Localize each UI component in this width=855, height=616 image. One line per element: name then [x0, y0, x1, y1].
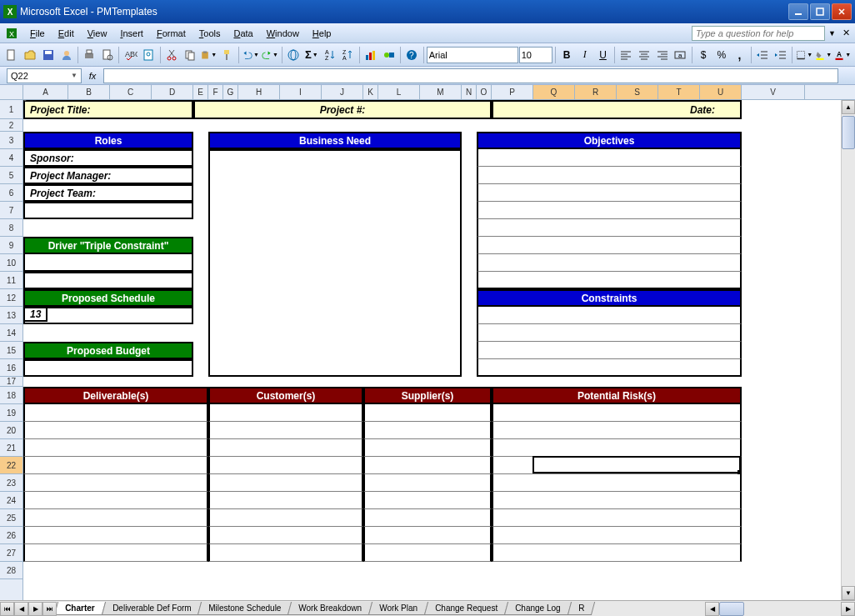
italic-icon[interactable]: I	[576, 46, 593, 64]
row-header-2[interactable]: 2	[0, 119, 22, 132]
new-icon[interactable]	[3, 46, 21, 64]
menu-window[interactable]: Window	[260, 27, 306, 40]
col-header-O[interactable]: O	[477, 85, 492, 99]
cell-row27-seg3[interactable]	[492, 544, 742, 562]
col-header-C[interactable]: C	[110, 85, 152, 99]
redo-icon[interactable]: ▼	[261, 46, 279, 64]
spreadsheet-grid[interactable]: Project Title:Project #:Date:RolesSponso…	[23, 100, 841, 600]
tab-last-icon[interactable]: ⏭	[42, 602, 57, 616]
cut-icon[interactable]	[163, 46, 181, 64]
borders-icon[interactable]: ▼	[795, 46, 813, 64]
scroll-up-icon[interactable]: ▲	[842, 100, 855, 114]
header-business-need[interactable]: Business Need	[208, 132, 462, 149]
cell-row20-seg3[interactable]	[492, 422, 742, 439]
col-header-E[interactable]: E	[193, 85, 208, 99]
font-color-icon[interactable]: A▼	[833, 46, 852, 64]
decrease-indent-icon[interactable]	[754, 46, 772, 64]
cell-row23-seg2[interactable]	[363, 474, 492, 492]
cell-row19-seg0[interactable]	[23, 404, 208, 422]
cell-row23-seg3[interactable]	[492, 474, 742, 492]
col-header-P[interactable]: P	[492, 85, 533, 99]
font-name-combo[interactable]	[427, 47, 518, 63]
col-header-B[interactable]: B	[68, 85, 110, 99]
menu-view[interactable]: View	[81, 27, 114, 40]
bold-icon[interactable]: B	[558, 46, 576, 64]
scroll-down-icon[interactable]: ▼	[842, 586, 855, 600]
row-header-14[interactable]: 14	[0, 324, 22, 342]
cell-sponsor[interactable]: Sponsor:	[23, 149, 193, 167]
row-header-19[interactable]: 19	[0, 404, 22, 422]
header-constraints[interactable]: Constraints	[477, 289, 742, 307]
sheet-tab-charter[interactable]: Charter	[57, 602, 106, 615]
align-left-icon[interactable]	[618, 46, 635, 64]
header-risks[interactable]: Potential Risk(s)	[492, 387, 742, 404]
cell-constraint-16[interactable]	[477, 359, 742, 377]
cell-objective-8[interactable]	[477, 219, 742, 237]
col-header-V[interactable]: V	[742, 85, 805, 99]
header-driver[interactable]: Driver "Triple Constraint"	[23, 237, 193, 254]
cell-row19-seg1[interactable]	[208, 404, 363, 422]
cell-objective-5[interactable]	[477, 167, 742, 184]
row-header-20[interactable]: 20	[0, 422, 22, 439]
formula-bar[interactable]	[103, 68, 838, 83]
col-header-N[interactable]: N	[462, 85, 477, 99]
cell-row25-seg3[interactable]	[492, 509, 742, 527]
sheet-tab-milestone-schedule[interactable]: Milestone Schedule	[198, 602, 292, 615]
cell-row21-seg3[interactable]	[492, 439, 742, 457]
scroll-left-icon[interactable]: ◀	[705, 602, 719, 616]
col-header-S[interactable]: S	[617, 85, 658, 99]
cell-date-container[interactable]: Date:	[492, 100, 742, 119]
menu-tools[interactable]: Tools	[192, 27, 228, 40]
col-header-D[interactable]: D	[152, 85, 193, 99]
increase-indent-icon[interactable]	[772, 46, 790, 64]
merge-center-icon[interactable]: a	[672, 46, 689, 64]
col-header-M[interactable]: M	[420, 85, 462, 99]
row-header-26[interactable]: 26	[0, 527, 22, 544]
col-header-F[interactable]: F	[208, 85, 223, 99]
cell-row26-seg1[interactable]	[208, 527, 363, 544]
menu-help[interactable]: Help	[306, 27, 338, 40]
row-header-27[interactable]: 27	[0, 544, 22, 562]
sort-asc-icon[interactable]: AZ	[321, 46, 338, 64]
paste-icon[interactable]: ▼	[199, 46, 218, 64]
cell-objective-11[interactable]	[477, 272, 742, 289]
menu-format[interactable]: Format	[150, 27, 192, 40]
col-header-T[interactable]: T	[658, 85, 700, 99]
percent-icon[interactable]: %	[712, 46, 730, 64]
undo-icon[interactable]: ▼	[242, 46, 260, 64]
tab-prev-icon[interactable]: ◀	[14, 602, 28, 616]
header-deliverables[interactable]: Deliverable(s)	[23, 387, 208, 404]
col-header-K[interactable]: K	[363, 85, 378, 99]
col-header-A[interactable]: A	[23, 85, 68, 99]
cell-row22-seg1[interactable]	[208, 457, 363, 474]
col-header-L[interactable]: L	[378, 85, 420, 99]
scroll-thumb[interactable]	[842, 116, 855, 149]
comma-icon[interactable]: ,	[731, 46, 748, 64]
currency-icon[interactable]: $	[695, 46, 712, 64]
row-header-15[interactable]: 15	[0, 342, 22, 359]
doc-close-button[interactable]: ✕	[842, 28, 850, 38]
menu-insert[interactable]: Insert	[113, 27, 150, 40]
drawing-icon[interactable]	[380, 46, 398, 64]
row-header-1[interactable]: 1	[0, 100, 22, 119]
hscroll-thumb[interactable]	[719, 602, 744, 616]
menu-file[interactable]: File	[23, 27, 52, 40]
[interactable]	[23, 100, 27, 101]
print-preview-icon[interactable]	[99, 46, 117, 64]
row-header-6[interactable]: 6	[0, 184, 22, 202]
spelling-icon[interactable]: ABC	[122, 46, 139, 64]
copy-icon[interactable]	[181, 46, 198, 64]
cell-row19-seg2[interactable]	[363, 404, 492, 422]
cell-row24-seg3[interactable]	[492, 492, 742, 509]
col-header-U[interactable]: U	[700, 85, 742, 99]
cell-business-need-body[interactable]	[208, 149, 462, 377]
sheet-tab-deliverable-def-form[interactable]: Deliverable Def Form	[101, 602, 202, 615]
menu-edit[interactable]: Edit	[52, 27, 81, 40]
row-header-24[interactable]: 24	[0, 492, 22, 509]
col-header-G[interactable]: G	[223, 85, 238, 99]
cell-driver-2[interactable]	[23, 272, 193, 289]
help-search-input[interactable]	[692, 26, 825, 41]
header-customers[interactable]: Customer(s)	[208, 387, 363, 404]
vertical-scrollbar[interactable]: ▲ ▼	[841, 100, 855, 600]
row-header-12[interactable]: 12	[0, 289, 22, 307]
